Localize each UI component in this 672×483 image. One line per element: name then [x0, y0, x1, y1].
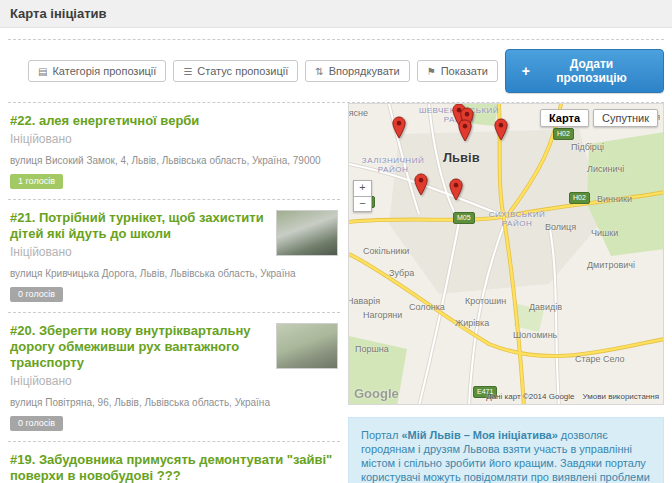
initiatives-list: #22. алея енергетичної верби Ініційовано… — [8, 103, 340, 483]
show-icon: ⚑ — [427, 66, 436, 77]
initiative-card-21: #21. Потрібний турнікет, щоб захистити д… — [8, 200, 340, 313]
sort-button-label: Впорядкувати — [329, 65, 400, 77]
map-marker[interactable] — [458, 119, 472, 142]
initiative-address: вулиця Кривчицька Дорога, Львів, Львівсь… — [10, 268, 338, 280]
road-shield: H02 — [553, 128, 574, 140]
map-marker[interactable] — [414, 173, 428, 196]
map-type-map-button[interactable]: Карта — [540, 109, 589, 127]
plus-icon: + — [522, 66, 530, 76]
zoom-out-button[interactable]: − — [353, 196, 372, 212]
zoom-in-button[interactable]: + — [353, 180, 372, 196]
category-filter-button[interactable]: ▤ Категорія пропозиції — [28, 60, 166, 82]
status-filter-label: Статус пропозиції — [197, 65, 288, 77]
portal-info-box: Портал «Мій Львів – Моя ініціатива» дозв… — [348, 417, 664, 483]
votes-badge: 0 голосів — [10, 416, 63, 431]
google-logo[interactable]: Google — [354, 386, 399, 401]
votes-badge: 1 голосів — [10, 174, 63, 189]
map-copyright: Дані карт ©2014 Google — [486, 392, 574, 401]
initiative-address: вулиця Повітряна, 96, Львів, Львівська о… — [10, 397, 338, 409]
initiative-card-22: #22. алея енергетичної верби Ініційовано… — [8, 103, 340, 200]
category-filter-label: Категорія пропозиції — [52, 65, 156, 77]
sort-icon: ⇅ — [315, 66, 323, 77]
initiative-card-20: #20. Зберегти нову внутріквартальну доро… — [8, 313, 340, 442]
status-filter-button[interactable]: ☰ Статус пропозиції — [173, 60, 298, 82]
initiative-thumbnail[interactable] — [276, 210, 338, 256]
show-button[interactable]: ⚑ Показати — [417, 60, 498, 82]
initiative-status: Ініційовано — [10, 374, 338, 388]
road-shield: M05 — [453, 212, 475, 224]
road-shield: H02 — [569, 192, 590, 204]
add-proposal-label: Додати пропозицію — [536, 57, 647, 85]
map-marker[interactable] — [449, 178, 463, 201]
initiative-title[interactable]: #22. алея енергетичної верби — [10, 113, 338, 129]
page-title: Карта ініціатив — [10, 6, 107, 21]
initiative-thumbnail[interactable] — [276, 323, 338, 369]
initiative-title[interactable]: #19. Забудовника примусять демонтувати "… — [10, 452, 338, 483]
map-type-satellite-button[interactable]: Супутник — [593, 109, 658, 127]
show-button-label: Показати — [441, 65, 488, 77]
map-zoom-control: + − — [353, 180, 372, 212]
map-canvas — [349, 104, 664, 405]
sort-button[interactable]: ⇅ Впорядкувати — [305, 60, 409, 82]
portal-link[interactable]: «Мій Львів – Моя ініціатива» — [401, 429, 557, 441]
map-attribution: Дані карт ©2014 Google Умови використанн… — [486, 392, 659, 401]
toolbar: ▤ Категорія пропозиції ☰ Статус пропозиц… — [8, 39, 664, 103]
info-text-prefix: Портал — [361, 429, 401, 441]
map-marker[interactable] — [392, 116, 406, 139]
votes-badge: 0 голосів — [10, 287, 63, 302]
initiative-status: Ініційовано — [10, 132, 338, 146]
initiative-address: вулиця Високий Замок, 4, Львів, Львівськ… — [10, 155, 338, 167]
map[interactable]: ШЕВЧЕНКІВСЬКИЙ РАЙОН ЗАЛІЗНИЧНИЙ РАЙОН С… — [348, 103, 664, 405]
page-header: Карта ініціатив — [0, 0, 672, 28]
terms-of-use-link[interactable]: Умови використання — [583, 392, 659, 401]
initiative-card-19: #19. Забудовника примусять демонтувати "… — [8, 442, 340, 483]
category-icon: ▤ — [38, 66, 47, 77]
map-marker[interactable] — [494, 118, 508, 141]
status-icon: ☰ — [183, 66, 192, 77]
map-type-controls: Карта Супутник — [540, 109, 658, 127]
add-proposal-button[interactable]: + Додати пропозицію — [505, 49, 664, 93]
